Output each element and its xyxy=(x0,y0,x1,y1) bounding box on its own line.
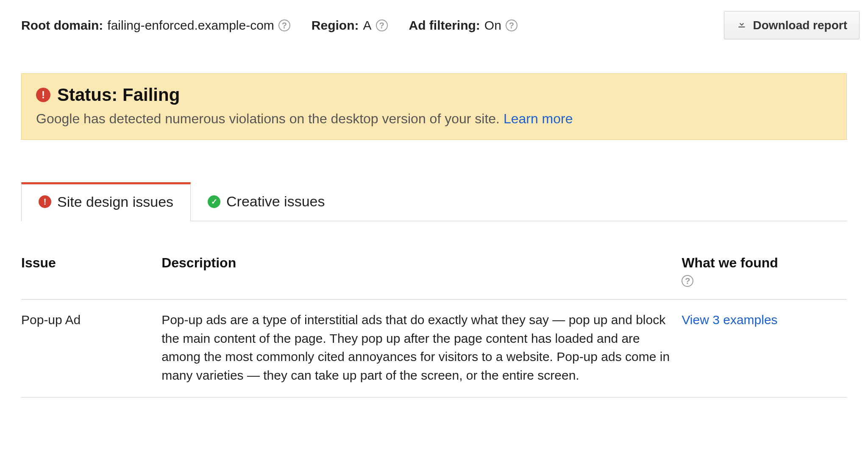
ad-filtering-value: On xyxy=(484,18,501,33)
alert-icon: ! xyxy=(39,195,51,208)
root-domain: Root domain: failing-enforced.example-co… xyxy=(21,18,290,33)
help-icon[interactable]: ? xyxy=(682,275,693,287)
help-icon[interactable]: ? xyxy=(278,19,290,31)
check-icon: ✓ xyxy=(208,195,220,208)
tab-site-design-issues[interactable]: ! Site design issues xyxy=(21,182,191,221)
tab-label: Creative issues xyxy=(226,193,325,210)
download-icon xyxy=(736,18,747,32)
issue-name: Pop-up Ad xyxy=(21,300,161,397)
root-domain-value: failing-enforced.example-com xyxy=(107,18,274,33)
status-description-line: Google has detected numerous violations … xyxy=(36,111,832,127)
status-banner: ! Status: Failing Google has detected nu… xyxy=(21,73,847,140)
region: Region: A ? xyxy=(312,18,388,33)
learn-more-link[interactable]: Learn more xyxy=(504,111,573,126)
root-domain-label: Root domain: xyxy=(21,18,103,33)
issues-table: Issue Description What we found ? Pop-up… xyxy=(21,255,847,397)
ad-filtering: Ad filtering: On ? xyxy=(409,18,517,33)
column-header-found-label: What we found xyxy=(682,255,778,270)
view-examples-link[interactable]: View 3 examples xyxy=(682,313,777,327)
status-line: ! Status: Failing xyxy=(36,85,832,105)
region-label: Region: xyxy=(312,18,359,33)
download-report-button[interactable]: Download report xyxy=(724,11,860,39)
download-report-label: Download report xyxy=(753,19,847,32)
column-header-description: Description xyxy=(161,255,682,300)
tab-label: Site design issues xyxy=(57,194,173,210)
issue-description: Pop-up ads are a type of interstitial ad… xyxy=(161,300,682,397)
column-header-issue: Issue xyxy=(21,255,161,300)
table-header-row: Issue Description What we found ? xyxy=(21,255,847,300)
tabs-container: ! Site design issues ✓ Creative issues xyxy=(21,182,847,221)
tab-creative-issues[interactable]: ✓ Creative issues xyxy=(191,182,342,221)
info-bar: Root domain: failing-enforced.example-co… xyxy=(21,8,847,48)
tabs: ! Site design issues ✓ Creative issues xyxy=(21,182,847,221)
column-header-found: What we found ? xyxy=(682,255,847,300)
help-icon[interactable]: ? xyxy=(506,19,517,31)
alert-icon: ! xyxy=(36,88,50,102)
region-value: A xyxy=(363,18,371,33)
ad-filtering-label: Ad filtering: xyxy=(409,18,480,33)
table-row: Pop-up Ad Pop-up ads are a type of inter… xyxy=(21,300,847,397)
help-icon[interactable]: ? xyxy=(376,19,388,31)
status-description: Google has detected numerous violations … xyxy=(36,111,500,126)
status-title: Status: Failing xyxy=(57,85,180,105)
